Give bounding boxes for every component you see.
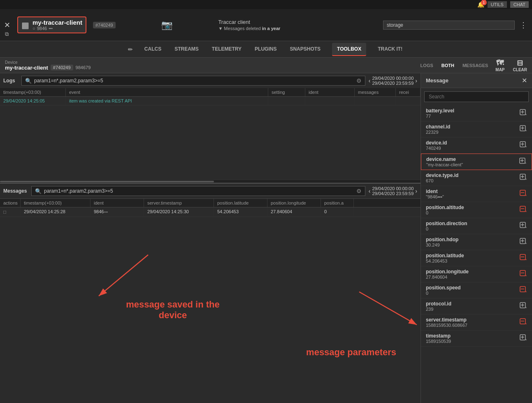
tab-toolbox[interactable]: TOOLBOX [332,43,366,56]
kebab-menu-button[interactable]: ⋮ [520,21,527,30]
param-item[interactable]: position.altitude0× [421,202,532,218]
svg-text:+: + [525,145,527,149]
header-center: 📷 [121,20,214,30]
param-action-button[interactable]: × [520,286,527,295]
main-area: Logs 🔍 ⚙ ‹ 29/04/2020 00:00:00 29/04/202… [0,73,532,403]
chat-button[interactable]: CHAT [510,1,529,8]
param-action-button[interactable]: + [520,334,527,343]
param-item[interactable]: position.hdop30.249+ [421,234,532,250]
param-info: server.timestamp1588159530.608667 [426,317,467,328]
bell-icon[interactable]: 🔔 1 [477,1,484,8]
logs-date-from: 29/04/2020 00:00:00 [372,76,414,81]
close-button[interactable]: ✕ [4,21,10,30]
logs-col-recei: recei [396,88,420,96]
messages-btn[interactable]: MESSAGES [460,62,490,69]
param-action-button[interactable]: + [520,222,527,231]
tab-streams[interactable]: STREAMS [173,43,200,56]
param-item[interactable]: channel.id22329+ [421,121,532,137]
param-item[interactable]: ident"9846▪▪▪"× [421,186,532,202]
param-item[interactable]: timestamp1589150539+ [421,331,532,347]
breadcrumb-name: my-traccar-client [5,65,48,71]
param-info: device.type.id670 [426,172,458,183]
svg-text:×: × [525,193,527,197]
param-value: 670 [426,178,458,183]
copy-icon[interactable]: □ [3,209,6,215]
logs-row-setting [268,97,305,105]
storage-input[interactable] [383,21,515,30]
param-value: 54.206453 [426,259,464,263]
messages-date-next[interactable]: › [415,188,417,194]
param-item[interactable]: position.direction0+ [421,218,532,234]
param-item[interactable]: device.name"my-traccar-client"+ [421,154,532,170]
messages-search-input[interactable] [44,188,354,194]
param-value: 30.249 [426,242,458,247]
msg-row-pos: 0 [321,207,354,217]
logs-scrollbar-thumb[interactable] [0,181,214,182]
messages-date-prev[interactable]: ‹ [369,188,371,194]
param-item[interactable]: position.longitude27.840604× [421,266,532,282]
edit-icon[interactable]: ✏ [128,46,133,53]
param-value: 1588159530.608667 [426,323,467,328]
logs-col-event: event [66,88,268,96]
messages-search-icon: 🔍 [35,188,42,194]
logs-toggle: LOGS BOTH MESSAGES [418,62,491,69]
param-action-button[interactable]: + [520,141,527,150]
logs-col-timestamp: timestamp(+03:00) [0,88,66,96]
param-item[interactable]: battery.level77+ [421,105,532,121]
traccar-info: Traccar client ▼ Messages deleted in a y… [218,19,280,31]
messages-date-nav: ‹ 29/04/2020 00:00:00 29/04/2020 23:59:5… [369,186,417,196]
logs-row-recei [396,97,420,105]
param-info: ident"9846▪▪▪" [426,189,444,199]
param-item[interactable]: position.speed0× [421,282,532,298]
external-link-icon[interactable]: ⧉ [5,31,9,37]
right-panel-close-button[interactable]: ✕ [522,77,527,84]
breadcrumb-id: #740249 [51,65,73,70]
map-button[interactable]: 🗺 MAP [495,59,504,72]
param-info: position.hdop30.249 [426,237,458,247]
tab-trackit[interactable]: TRACK IT! [376,43,404,56]
logs-row-event: item was created via REST API [66,97,268,105]
utils-button[interactable]: UTILS [488,1,507,8]
svg-text:+: + [525,242,527,245]
param-name: position.latitude [426,253,464,259]
param-action-button[interactable]: + [520,302,527,311]
messages-filter-icon[interactable]: ⚙ [356,188,362,194]
param-action-button[interactable]: × [520,254,527,263]
logs-search-input[interactable] [34,78,354,84]
param-info: timestamp1589150539 [426,333,451,344]
tab-plugins[interactable]: PLUGINS [253,43,278,56]
left-panel: Logs 🔍 ⚙ ‹ 29/04/2020 00:00:00 29/04/202… [0,73,421,403]
clear-button[interactable]: ⊟ CLEAR [513,58,527,72]
param-item[interactable]: position.latitude54.206453× [421,250,532,266]
logs-col-ident: ident [305,88,355,96]
param-item[interactable]: server.timestamp1588159530.608667× [421,314,532,331]
param-action-button[interactable]: + [519,158,527,166]
msg-col-actions: actions [0,199,21,207]
logs-filter-icon[interactable]: ⚙ [356,77,362,84]
tab-telemetry[interactable]: TELEMETRY [210,43,243,56]
param-item[interactable]: device.id740249+ [421,137,532,154]
logs-date-display: 29/04/2020 00:00:00 29/04/2020 23:59:59 [372,76,414,86]
param-action-button[interactable]: + [520,238,527,247]
param-value: 77 [426,114,454,119]
param-action-button[interactable]: × [520,270,527,279]
msg-col-server-ts: server.timestamp [144,199,214,207]
param-action-button[interactable]: + [520,174,527,182]
param-item[interactable]: device.type.id670+ [421,170,532,186]
param-action-button[interactable]: + [520,125,527,134]
param-action-button[interactable]: + [520,109,527,118]
right-search-input[interactable] [424,91,529,102]
tab-calcs[interactable]: CALCS [143,43,163,56]
tab-snapshots[interactable]: SNAPSHOTS [288,43,322,56]
param-action-button[interactable]: × [520,318,527,327]
logs-btn[interactable]: LOGS [418,62,436,69]
svg-text:×: × [525,274,527,277]
device-icon-area: ▦ my-traccar-client ○ 9846 ▪▪▪ [17,16,86,33]
both-btn[interactable]: BOTH [439,62,457,69]
param-item[interactable]: protocol.id239+ [421,298,532,314]
logs-date-next[interactable]: › [415,77,417,84]
param-action-button[interactable]: × [520,190,527,198]
logs-date-prev[interactable]: ‹ [369,77,371,84]
svg-text:+: + [525,129,527,133]
param-action-button[interactable]: × [520,206,527,214]
